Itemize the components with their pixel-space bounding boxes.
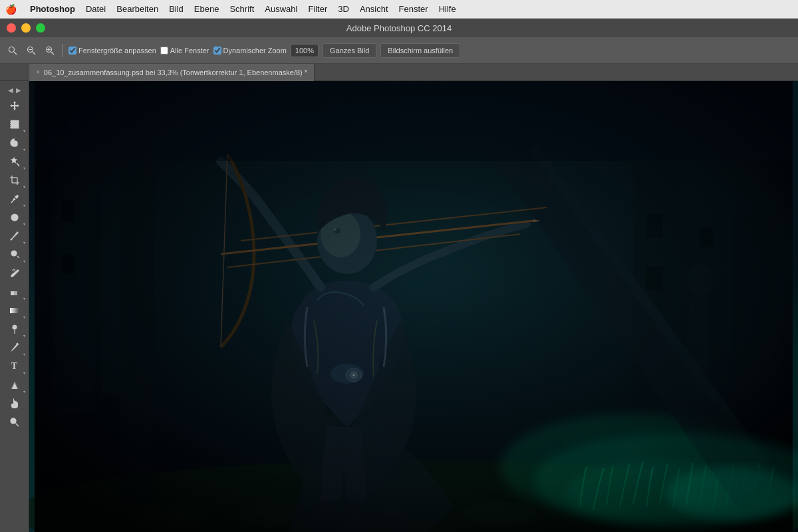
tool-type[interactable]: T ▾ [3, 357, 27, 376]
tab-close-icon[interactable]: × [36, 68, 40, 76]
menu-ansicht[interactable]: Ansicht [354, 0, 394, 19]
menu-datei[interactable]: Datei [80, 0, 111, 19]
artwork-canvas [29, 81, 798, 532]
title-bar: Adobe Photoshop CC 2014 [0, 19, 798, 37]
svg-line-3 [33, 52, 35, 55]
main-area: ◀ ▶ ▾ ▾ ▾ ▾ ▾ [0, 81, 798, 532]
maximize-button[interactable] [36, 23, 45, 33]
svg-point-27 [16, 343, 18, 345]
zoom-value-display: 100% [291, 44, 319, 57]
zoom-in-button[interactable] [43, 45, 57, 57]
menu-3d[interactable]: 3D [332, 0, 354, 19]
tab-bar: × 06_10_zusammenfassung.psd bei 33,3% (T… [0, 64, 798, 81]
tool-move[interactable] [3, 96, 27, 115]
svg-point-76 [666, 467, 798, 520]
svg-rect-77 [35, 81, 793, 161]
tool-path-select[interactable]: ▾ [3, 376, 27, 394]
tool-hand[interactable] [3, 394, 27, 413]
menu-bar: 🍎 Photoshop Datei Bearbeiten Bild Ebene … [0, 0, 798, 19]
minimize-button[interactable] [21, 23, 31, 33]
document-tab[interactable]: × 06_10_zusammenfassung.psd bei 33,3% (T… [29, 64, 315, 81]
tool-eyedropper[interactable]: ▾ [3, 190, 27, 208]
tool-healing[interactable]: ▾ [3, 208, 27, 227]
fenstergroesse-label: Fenstergröße anpassen [78, 47, 156, 55]
alle-fenster-checkbox[interactable] [160, 47, 168, 55]
menu-ebene[interactable]: Ebene [189, 0, 225, 19]
window-controls [7, 23, 45, 33]
scroll-right-icon[interactable]: ▶ [16, 86, 21, 94]
tool-dodge[interactable]: ▾ [3, 320, 27, 338]
svg-line-1 [14, 52, 17, 55]
dynamischer-zoom-checkbox-label[interactable]: Dynamischer Zoom [213, 47, 287, 55]
toolbar-sep-1 [63, 44, 63, 57]
svg-line-16 [11, 200, 14, 203]
fenstergroesse-checkbox[interactable] [68, 47, 76, 55]
svg-line-6 [51, 52, 54, 55]
dynamischer-zoom-checkbox[interactable] [213, 47, 221, 55]
bildschirm-ausfuellen-button[interactable]: Bildschirm ausfüllen [380, 43, 460, 58]
svg-rect-24 [10, 308, 19, 313]
scroll-left-icon[interactable]: ◀ [8, 86, 13, 94]
svg-rect-23 [14, 291, 17, 295]
svg-point-20 [10, 239, 12, 241]
tool-zoom[interactable] [3, 413, 27, 432]
alle-fenster-label: Alle Fenster [170, 47, 209, 55]
menu-schrift[interactable]: Schrift [224, 0, 259, 19]
svg-point-0 [9, 47, 15, 52]
menu-photoshop[interactable]: Photoshop [25, 0, 80, 19]
alle-fenster-checkbox-label[interactable]: Alle Fenster [160, 47, 209, 55]
close-button[interactable] [7, 23, 16, 33]
svg-line-29 [15, 424, 19, 427]
dynamischer-zoom-label: Dynamischer Zoom [223, 47, 287, 55]
toolbox-scroll-arrows: ◀ ▶ [7, 84, 23, 96]
zoom-out-button[interactable] [24, 45, 39, 57]
app-title: Adobe Photoshop CC 2014 [346, 23, 452, 33]
fenstergroesse-checkbox-label[interactable]: Fenstergröße anpassen [68, 47, 156, 55]
tool-gradient[interactable]: ▾ [3, 301, 27, 320]
menu-auswahl[interactable]: Auswahl [259, 0, 303, 19]
menu-fenster[interactable]: Fenster [394, 0, 434, 19]
tool-lasso[interactable]: ▾ [3, 134, 27, 152]
tool-eraser[interactable]: ▾ [3, 283, 27, 301]
toolbox: ◀ ▶ ▾ ▾ ▾ ▾ ▾ [0, 81, 29, 532]
tool-quick-select[interactable]: ▾ [3, 152, 27, 171]
tab-filename: 06_10_zusammenfassung.psd bei 33,3% (Ton… [44, 68, 307, 76]
apple-menu[interactable]: 🍎 [5, 4, 17, 15]
tool-history-brush[interactable] [3, 264, 27, 283]
tool-brush[interactable]: ▾ [3, 227, 27, 245]
canvas-area[interactable] [29, 81, 798, 532]
ganzes-bild-button[interactable]: Ganzes Bild [323, 43, 376, 58]
type-tool-label: T [11, 361, 17, 372]
tool-clone[interactable]: ▾ [3, 245, 27, 264]
svg-line-10 [17, 163, 19, 166]
zoom-tool-icon[interactable] [5, 45, 20, 57]
tool-pen[interactable]: ▾ [3, 338, 27, 357]
tool-crop[interactable]: ▾ [3, 171, 27, 190]
menu-filter[interactable]: Filter [303, 0, 332, 19]
menu-bearbeiten[interactable]: Bearbeiten [111, 0, 164, 19]
tool-marquee[interactable]: ▾ [3, 115, 27, 134]
artwork-svg [29, 81, 798, 532]
svg-rect-9 [11, 120, 19, 128]
svg-point-25 [13, 325, 17, 329]
options-toolbar: Fenstergröße anpassen Alle Fenster Dynam… [0, 37, 798, 64]
menu-hilfe[interactable]: Hilfe [434, 0, 462, 19]
menu-bild[interactable]: Bild [164, 0, 189, 19]
